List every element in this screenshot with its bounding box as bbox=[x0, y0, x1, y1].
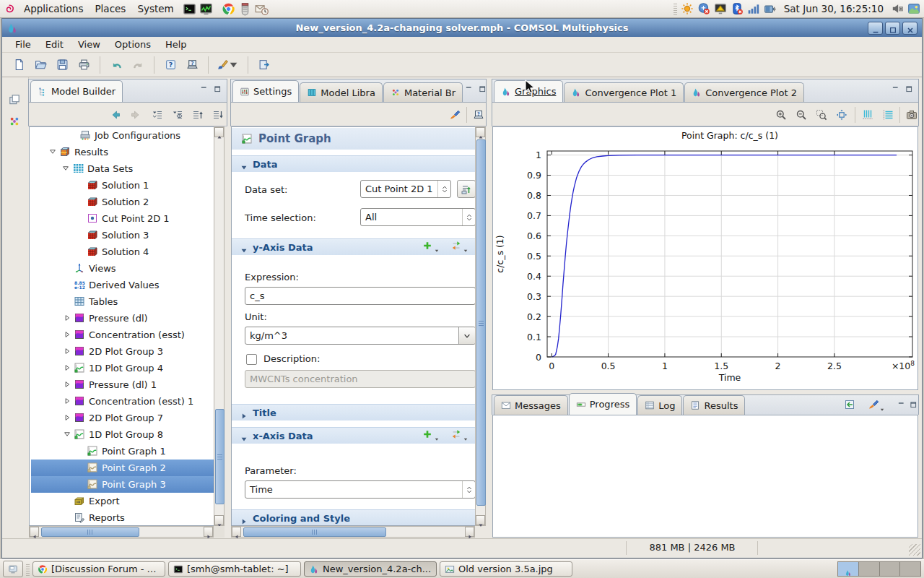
expander-closed-icon[interactable] bbox=[63, 413, 71, 422]
menu-file[interactable]: File bbox=[8, 38, 38, 51]
tree-item-tables[interactable]: Tables bbox=[31, 293, 214, 310]
debian-menu-icon[interactable] bbox=[4, 3, 15, 14]
new-file-button[interactable] bbox=[9, 56, 28, 74]
zoom-extents-button[interactable] bbox=[833, 106, 850, 124]
terminal-launcher-icon[interactable] bbox=[183, 2, 196, 16]
unit-combo[interactable]: kg/m^3 bbox=[245, 327, 475, 345]
tree-item-pressure-dl[interactable]: Pressure (dl) bbox=[31, 310, 214, 327]
desktop-menu-system[interactable]: System bbox=[131, 2, 179, 15]
taskbar-window-new-version-4-2a-ch[interactable]: New_version_4.2a-ch... bbox=[304, 561, 437, 577]
documentation-button[interactable]: ? bbox=[183, 56, 201, 74]
menu-options[interactable]: Options bbox=[108, 38, 158, 51]
tree-item-reports[interactable]: Reports bbox=[31, 509, 214, 526]
data-set-combo[interactable]: Cut Point 2D 1 bbox=[360, 180, 451, 198]
resize-grip[interactable] bbox=[909, 544, 920, 556]
minimize-button[interactable] bbox=[868, 22, 883, 35]
workspace-switcher[interactable] bbox=[837, 561, 921, 577]
show-desktop-button[interactable] bbox=[3, 561, 23, 577]
tree-item-views[interactable]: Views bbox=[31, 260, 214, 277]
information-tab-progress[interactable]: Progress bbox=[569, 393, 637, 415]
system-monitor-launcher-icon[interactable] bbox=[199, 2, 213, 16]
graphics-tab-convergence-plot-2[interactable]: Convergence Plot 2 bbox=[684, 82, 804, 102]
window-titlebar[interactable]: New_version_4.2a-changing solver.mph - C… bbox=[2, 19, 922, 37]
settings-hscrollbar[interactable] bbox=[231, 526, 475, 538]
mail-clock-launcher-icon[interactable] bbox=[255, 2, 269, 16]
tree-item-data-sets[interactable]: Data Sets bbox=[31, 160, 214, 177]
y-axis-log-button[interactable] bbox=[859, 106, 876, 124]
progress-style-button[interactable] bbox=[864, 396, 889, 413]
taskbar-window-old-version-3-5a-jpg[interactable]: Old version 3.5a.jpg bbox=[440, 561, 572, 577]
desktop-menu-applications[interactable]: Applications bbox=[18, 2, 89, 15]
panel-maximize-button[interactable] bbox=[908, 398, 919, 408]
move-up-button[interactable] bbox=[189, 106, 206, 124]
expander-open-icon[interactable] bbox=[48, 147, 57, 156]
information-tab-log[interactable]: Log bbox=[637, 395, 682, 415]
tree-item-concentration-esst-1[interactable]: Concentration (esst) 1 bbox=[31, 393, 214, 410]
battery-status-icon[interactable] bbox=[764, 2, 777, 15]
restore-panel-icon[interactable] bbox=[8, 93, 21, 106]
export-button[interactable] bbox=[255, 56, 274, 74]
collapsed-browser-icon[interactable] bbox=[8, 115, 21, 128]
panel-minimize-button[interactable] bbox=[890, 82, 901, 92]
settings-tab-material-br[interactable]: Material Br bbox=[383, 82, 463, 102]
menu-edit[interactable]: Edit bbox=[38, 38, 71, 51]
expander-closed-icon[interactable] bbox=[63, 314, 71, 322]
show-options-button[interactable] bbox=[169, 106, 186, 124]
expander-closed-icon[interactable] bbox=[63, 380, 71, 389]
signal-strength-icon[interactable] bbox=[747, 2, 760, 15]
model-tree-vscrollbar[interactable] bbox=[214, 126, 225, 526]
description-checkbox[interactable] bbox=[246, 354, 257, 365]
replace-x-expression-button[interactable] bbox=[451, 429, 468, 439]
nav-back-button[interactable] bbox=[107, 106, 124, 124]
desktop-menu-places[interactable]: Places bbox=[89, 2, 131, 15]
information-tab-results[interactable]: Results bbox=[683, 395, 745, 415]
expander-closed-icon[interactable] bbox=[63, 330, 71, 339]
tree-item-solution-1[interactable]: Solution 1 bbox=[31, 177, 214, 194]
parameter-combo[interactable]: Time bbox=[245, 480, 475, 499]
chrome-launcher-icon[interactable] bbox=[222, 2, 235, 16]
nav-forward-button[interactable] bbox=[127, 106, 144, 124]
zoom-out-button[interactable] bbox=[793, 106, 810, 124]
expander-closed-icon[interactable] bbox=[63, 363, 71, 372]
workspace-4[interactable] bbox=[900, 562, 920, 576]
open-file-button[interactable] bbox=[31, 56, 50, 74]
replace-expression-button[interactable] bbox=[451, 241, 468, 251]
panel-maximize-button[interactable] bbox=[477, 82, 488, 92]
time-selection-combo[interactable]: All bbox=[360, 208, 475, 226]
menu-help[interactable]: Help bbox=[158, 38, 194, 51]
tree-item-solution-2[interactable]: Solution 2 bbox=[31, 194, 214, 210]
redo-button[interactable] bbox=[128, 56, 147, 74]
dock-panel-button[interactable] bbox=[841, 396, 858, 413]
tree-item-point-graph-1[interactable]: Point Graph 1 bbox=[31, 443, 214, 460]
move-down-button[interactable] bbox=[209, 106, 227, 124]
workspace-applet-icon[interactable] bbox=[907, 2, 920, 15]
zoom-box-button[interactable] bbox=[813, 106, 830, 124]
tree-item-concentration-esst[interactable]: Concentration (esst) bbox=[31, 327, 214, 343]
expander-open-icon[interactable] bbox=[61, 164, 70, 173]
volume-icon[interactable] bbox=[891, 2, 904, 15]
panel-minimize-button[interactable] bbox=[199, 82, 209, 92]
panel-maximize-button[interactable] bbox=[212, 82, 223, 92]
clock[interactable]: Sat Jun 30, 16:25:10 bbox=[784, 3, 884, 14]
settings-tab-model-libra[interactable]: Model Libra bbox=[300, 82, 383, 102]
panel-minimize-button[interactable] bbox=[463, 82, 474, 92]
workspace-2[interactable] bbox=[859, 562, 880, 576]
section-data[interactable]: Data bbox=[232, 155, 475, 172]
settings-tab-settings[interactable]: Settings bbox=[232, 80, 299, 102]
expression-input[interactable]: c_s bbox=[245, 287, 475, 305]
description-input[interactable]: MWCNTs concentration bbox=[245, 370, 475, 388]
tree-item-solution-4[interactable]: Solution 4 bbox=[31, 243, 214, 260]
workspace-3[interactable] bbox=[880, 562, 901, 576]
tree-item-pressure-dl-1[interactable]: Pressure (dl) 1 bbox=[31, 376, 214, 393]
maximize-button[interactable] bbox=[885, 22, 900, 35]
panel-maximize-button[interactable] bbox=[904, 82, 915, 92]
tree-item-1d-plot-group-8[interactable]: 1D Plot Group 8 bbox=[31, 426, 214, 443]
expander-closed-icon[interactable] bbox=[63, 397, 71, 405]
undo-button[interactable] bbox=[107, 56, 126, 74]
help-panel-button[interactable]: ? bbox=[470, 106, 487, 124]
zoom-in-button[interactable] bbox=[772, 106, 790, 124]
information-tab-messages[interactable]: Messages bbox=[494, 395, 568, 415]
plot-style-button[interactable] bbox=[215, 56, 241, 74]
tree-item-2d-plot-group-3[interactable]: 2D Plot Group 3 bbox=[31, 343, 214, 360]
tree-item-solution-3[interactable]: Solution 3 bbox=[31, 227, 214, 243]
